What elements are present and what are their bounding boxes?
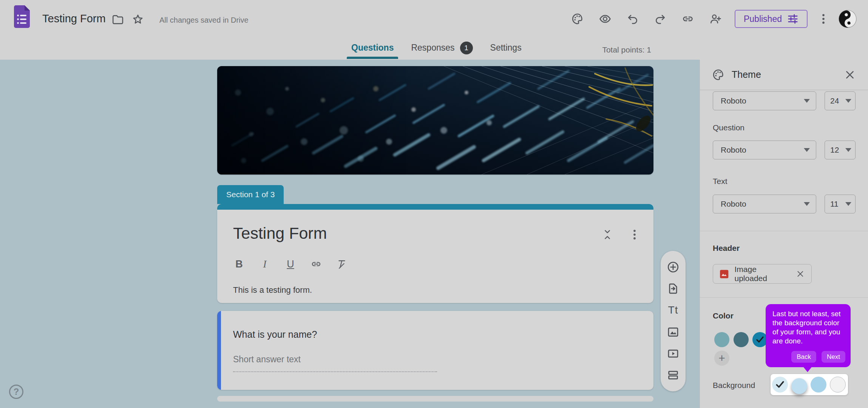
- chevron-down-icon: [845, 148, 851, 152]
- chevron-down-icon: [845, 202, 851, 206]
- theme-color-swatch-1[interactable]: [714, 332, 729, 347]
- text-font-label: Text: [713, 177, 727, 186]
- published-label: Published: [744, 14, 782, 24]
- underline-button[interactable]: U: [282, 256, 299, 272]
- tooltip-back-button[interactable]: Back: [791, 351, 816, 363]
- add-video-icon[interactable]: [665, 345, 681, 362]
- next-question-card-edge[interactable]: [217, 396, 653, 402]
- selected-question-indicator: [217, 311, 221, 390]
- header-font-size-dropdown[interactable]: 24: [825, 91, 856, 110]
- more-options-icon[interactable]: [816, 11, 831, 27]
- divider: [700, 297, 868, 298]
- check-icon: [755, 335, 765, 344]
- tab-settings[interactable]: Settings: [490, 36, 522, 60]
- header-section-label: Header: [713, 244, 740, 253]
- theme-panel-header: Theme: [700, 60, 868, 90]
- chevron-down-icon: [804, 202, 810, 206]
- account-avatar[interactable]: [838, 9, 857, 29]
- background-section-label: Background: [713, 381, 755, 390]
- theme-color-swatch-2[interactable]: [734, 332, 749, 347]
- background-swatch-2[interactable]: [791, 378, 807, 394]
- insert-toolbar: Tt: [661, 251, 686, 391]
- card-accent-bar: [217, 204, 653, 210]
- save-status[interactable]: All changes saved in Drive: [159, 16, 249, 25]
- undo-icon[interactable]: [624, 11, 641, 27]
- text-font-size-dropdown[interactable]: 11: [825, 195, 856, 213]
- chevron-down-icon: [804, 99, 810, 103]
- form-title-input[interactable]: Testing Form: [233, 224, 327, 243]
- redo-icon[interactable]: [652, 11, 669, 27]
- google-forms-editor: Testing Form All changes saved in Drive: [0, 0, 868, 408]
- active-tab-underline: [347, 57, 398, 59]
- palette-icon: [712, 68, 725, 81]
- add-image-icon[interactable]: [665, 324, 681, 340]
- section-indicator: Section 1 of 3: [217, 185, 284, 204]
- question-font-family-dropdown[interactable]: Roboto: [713, 141, 816, 159]
- form-title-card[interactable]: Testing Form B I U This is: [217, 204, 653, 303]
- short-answer-placeholder[interactable]: Short answer text: [233, 354, 301, 365]
- form-header-image[interactable]: [217, 66, 653, 175]
- clear-formatting-button[interactable]: [334, 256, 350, 272]
- remove-image-icon[interactable]: [795, 269, 805, 279]
- background-swatch-4[interactable]: [830, 377, 846, 393]
- question-font-size-value: 12: [830, 145, 839, 155]
- question-card[interactable]: What is your name? Short answer text: [217, 311, 653, 390]
- question-title[interactable]: What is your name?: [233, 329, 317, 340]
- image-icon: [719, 269, 729, 279]
- form-description[interactable]: This is a testing form.: [233, 285, 312, 295]
- insert-link-button[interactable]: [308, 256, 324, 272]
- add-title-icon[interactable]: Tt: [665, 302, 681, 318]
- header-font-family-value: Roboto: [721, 96, 746, 105]
- question-font-size-dropdown[interactable]: 12: [825, 141, 856, 159]
- tab-bar: Questions Responses 1 Settings: [351, 36, 522, 60]
- import-questions-icon[interactable]: [665, 280, 681, 297]
- answer-underline: [233, 371, 437, 372]
- header-font-size-value: 24: [830, 96, 839, 105]
- add-custom-color-button[interactable]: +: [714, 351, 729, 366]
- tab-questions-label: Questions: [351, 43, 394, 53]
- image-uploaded-label: Image uploaded: [735, 265, 791, 283]
- theme-panel-title: Theme: [732, 69, 761, 80]
- tab-questions[interactable]: Questions: [351, 36, 394, 60]
- help-icon[interactable]: ?: [9, 385, 23, 399]
- document-title[interactable]: Testing Form: [42, 12, 106, 25]
- close-icon[interactable]: [842, 66, 858, 83]
- copy-link-icon[interactable]: [680, 11, 696, 27]
- tab-responses[interactable]: Responses 1: [411, 36, 473, 60]
- preview-eye-icon[interactable]: [597, 11, 613, 27]
- background-swatch-1-selected[interactable]: [772, 377, 788, 393]
- text-font-family-value: Roboto: [721, 199, 746, 209]
- star-icon[interactable]: [130, 11, 146, 28]
- divider: [700, 231, 868, 231]
- chevron-down-icon: [804, 148, 810, 152]
- published-button[interactable]: Published: [735, 10, 808, 28]
- add-question-icon[interactable]: [665, 259, 681, 275]
- move-folder-icon[interactable]: [110, 11, 126, 28]
- header-font-family-dropdown[interactable]: Roboto: [713, 91, 816, 110]
- header-image-chip[interactable]: Image uploaded: [713, 264, 812, 284]
- text-format-toolbar: B I U: [231, 256, 350, 272]
- topbar-actions: Published: [569, 9, 857, 29]
- theme-color-swatch-3-selected[interactable]: [752, 332, 768, 347]
- background-swatch-3[interactable]: [811, 377, 826, 393]
- text-font-family-dropdown[interactable]: Roboto: [713, 195, 816, 213]
- tab-settings-label: Settings: [490, 43, 522, 53]
- collapse-icon[interactable]: [599, 226, 616, 243]
- card-more-options-icon[interactable]: [626, 226, 643, 243]
- tooltip-text: Last but not least, set the background c…: [772, 309, 845, 346]
- forms-logo-icon[interactable]: [13, 5, 31, 30]
- tune-icon: [787, 13, 798, 25]
- add-section-icon[interactable]: [665, 367, 681, 383]
- tooltip-next-button[interactable]: Next: [822, 351, 845, 363]
- check-icon: [775, 380, 785, 389]
- italic-button[interactable]: I: [256, 256, 273, 272]
- chevron-down-icon: [845, 99, 851, 103]
- text-font-size-value: 11: [830, 199, 839, 209]
- total-points: Total points: 1: [602, 45, 651, 54]
- add-collaborators-icon[interactable]: [707, 11, 724, 27]
- customize-theme-icon[interactable]: [569, 11, 586, 27]
- background-options-spotlight: [771, 374, 848, 395]
- question-font-label: Question: [713, 123, 744, 132]
- tt-glyph: Tt: [668, 304, 678, 316]
- bold-button[interactable]: B: [231, 256, 247, 272]
